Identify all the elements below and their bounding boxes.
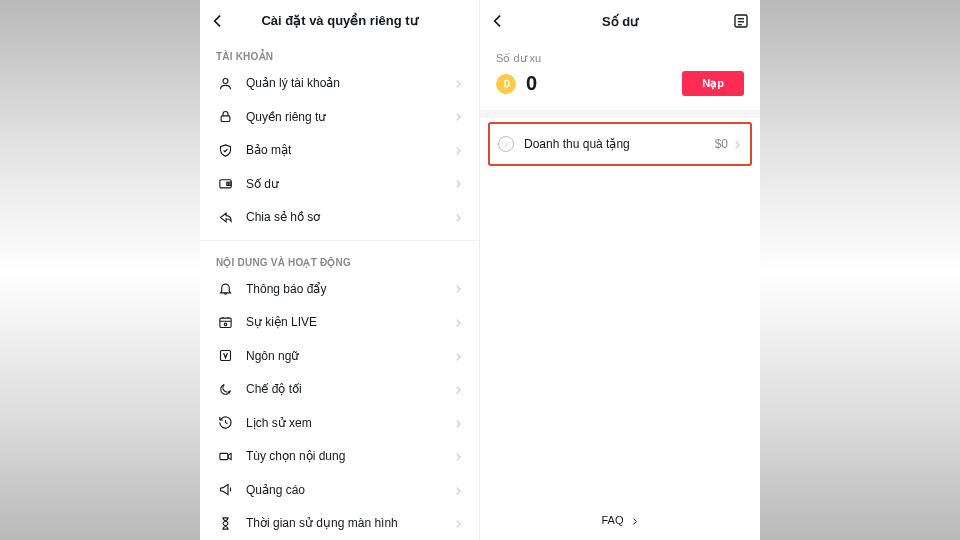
transactions-icon[interactable] [732,11,750,30]
lock-icon [216,109,234,124]
chevron-right-icon [453,514,463,532]
balance-panel: Số dư Số dư xu 0 Nạp ♪ Doanh thu quà tặn… [480,0,760,540]
row-label: Chế độ tối [246,382,453,396]
history-icon [216,415,234,430]
gift-label: Doanh thu quà tặng [524,137,715,151]
row-language[interactable]: Ngôn ngữ [200,339,479,373]
chevron-right-icon [453,380,463,398]
divider [200,240,479,241]
row-label: Tùy chọn nội dung [246,449,453,463]
chevron-right-icon [453,74,463,92]
balance-header: Số dư [480,0,760,42]
row-label: Thông báo đẩy [246,282,453,296]
coin-balance-value: 0 [526,72,682,95]
chevron-right-icon [453,313,463,331]
row-share-profile[interactable]: Chia sẻ hồ sơ [200,200,479,234]
lang-icon [216,348,234,363]
row-label: Chia sẻ hồ sơ [246,210,453,224]
row-dark-mode[interactable]: Chế độ tối [200,373,479,407]
chevron-right-icon [453,208,463,226]
row-live-events[interactable]: Sự kiện LIVE [200,305,479,339]
svg-rect-1 [221,116,230,122]
chevron-right-icon [453,347,463,365]
section-account-header: TÀI KHOẢN [200,41,479,66]
row-label: Quản lý tài khoản [246,76,453,90]
chevron-right-icon [732,135,742,153]
svg-point-4 [228,183,229,184]
ads-icon [216,482,234,497]
row-label: Bảo mật [246,143,453,157]
faq-label: FAQ [601,514,623,526]
row-watch-history[interactable]: Lịch sử xem [200,406,479,440]
row-label: Số dư [246,177,453,191]
chevron-right-icon [453,447,463,465]
section-divider [480,110,760,118]
gift-value: $0 [715,137,728,151]
live-icon [216,315,234,330]
app-frame: Cài đặt và quyền riêng tư TÀI KHOẢN Quản… [200,0,760,540]
row-content-preferences[interactable]: Tùy chọn nội dung [200,440,479,474]
row-gift-revenue[interactable]: ♪ Doanh thu quà tặng $0 [490,124,750,164]
video-icon [216,449,234,464]
row-label: Thời gian sử dụng màn hình [246,516,453,530]
chevron-right-icon [453,108,463,126]
coin-balance-row: 0 Nạp [480,67,760,110]
svg-point-6 [224,323,227,326]
chevron-right-icon [453,280,463,298]
tiktok-coin-icon: ♪ [498,136,514,152]
balance-title: Số dư [602,14,638,29]
chevron-right-icon [453,175,463,193]
row-screen-time[interactable]: Thời gian sử dụng màn hình [200,507,479,540]
chevron-right-icon [453,141,463,159]
dark-icon [216,382,234,397]
faq-link[interactable]: FAQ [480,506,760,534]
topup-button[interactable]: Nạp [682,71,744,96]
row-label: Sự kiện LIVE [246,315,453,329]
row-label: Quyền riêng tư [246,110,453,124]
row-privacy[interactable]: Quyền riêng tư [200,100,479,134]
chevron-right-icon [453,414,463,432]
row-manage-account[interactable]: Quản lý tài khoản [200,66,479,100]
settings-header: Cài đặt và quyền riêng tư [200,0,479,41]
bell-icon [216,281,234,296]
back-icon[interactable] [210,11,226,29]
wallet-icon [216,176,234,191]
back-icon[interactable] [490,11,506,29]
coin-balance-label: Số dư xu [480,42,760,67]
settings-panel: Cài đặt và quyền riêng tư TÀI KHOẢN Quản… [200,0,480,540]
row-ads[interactable]: Quảng cáo [200,473,479,507]
row-push-notifications[interactable]: Thông báo đẩy [200,272,479,306]
chevron-right-icon [453,481,463,499]
row-label: Ngôn ngữ [246,349,453,363]
row-label: Quảng cáo [246,483,453,497]
settings-title: Cài đặt và quyền riêng tư [261,13,417,28]
svg-point-0 [223,78,228,83]
share-icon [216,210,234,225]
svg-rect-8 [219,453,227,459]
shield-icon [216,143,234,158]
row-label: Lịch sử xem [246,416,453,430]
screentime-icon [216,516,234,531]
row-balance[interactable]: Số dư [200,167,479,201]
highlight-box: ♪ Doanh thu quà tặng $0 [488,122,752,166]
section-content-header: NỘI DUNG VÀ HOẠT ĐỘNG [200,247,479,272]
row-security[interactable]: Bảo mật [200,133,479,167]
coin-icon [496,74,516,94]
user-icon [216,76,234,91]
